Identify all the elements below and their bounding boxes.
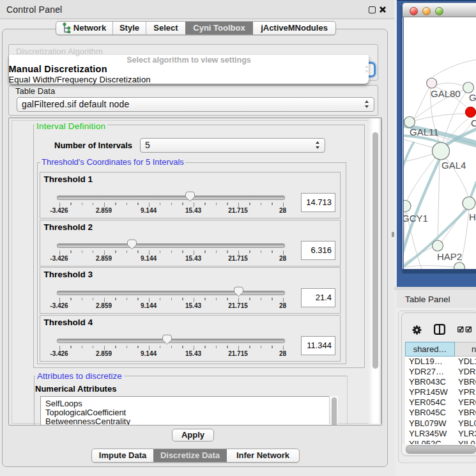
svg-text:GCY1: GCY1 xyxy=(404,213,428,224)
svg-text:GAL4: GAL4 xyxy=(441,160,466,171)
svg-text:GA: GA xyxy=(469,92,476,103)
svg-text:C: C xyxy=(471,118,476,128)
svg-text:H: H xyxy=(469,211,476,222)
svg-text:HAP2: HAP2 xyxy=(437,251,462,262)
svg-text:GAL80: GAL80 xyxy=(431,88,461,99)
svg-text:GAL11: GAL11 xyxy=(410,127,439,137)
